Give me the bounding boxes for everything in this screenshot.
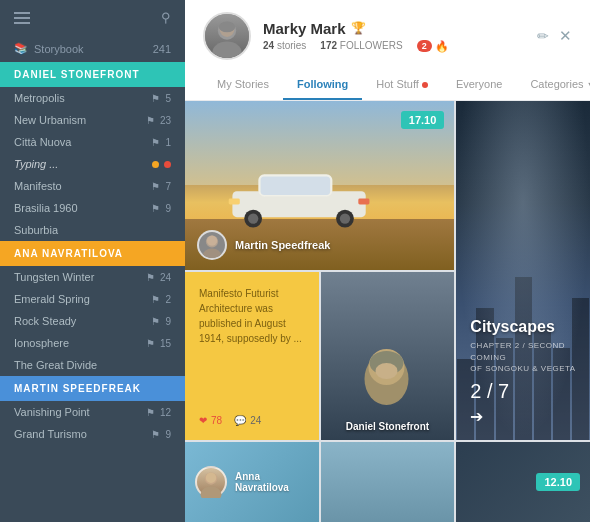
card-author-overlay: Martin Speedfreak xyxy=(197,230,330,260)
tabs: My Stories Following Hot Stuff Everyone … xyxy=(203,70,572,100)
dot-orange xyxy=(152,161,159,168)
sidebar-item-grand-turismo[interactable]: Grand Turismo ⚑ 9 xyxy=(0,423,185,445)
item-count: 15 xyxy=(160,338,171,349)
sidebar-item-suburbia[interactable]: Suburbia xyxy=(0,219,185,241)
item-label: Metropolis xyxy=(14,92,65,104)
sidebar-top: ⚲ xyxy=(0,0,185,35)
tab-hot-stuff[interactable]: Hot Stuff xyxy=(362,70,442,100)
card-daniel[interactable]: Daniel Stonefront xyxy=(321,272,455,441)
tab-my-stories[interactable]: My Stories xyxy=(203,70,283,100)
author-avatar xyxy=(197,230,227,260)
item-label: Suburbia xyxy=(14,224,58,236)
sidebar-item-great-divide[interactable]: The Great Divide xyxy=(0,354,185,376)
like-action[interactable]: ❤ 78 xyxy=(199,415,222,426)
card-bottom-mid xyxy=(321,442,455,522)
card-manifesto[interactable]: Manifesto Futurist Architecture was publ… xyxy=(185,272,319,441)
avatar-face xyxy=(205,14,249,58)
section-header-ana: Ana Navratilova xyxy=(0,241,185,266)
flag-icon: ⚑ xyxy=(151,294,160,305)
sidebar-item-vanishing[interactable]: Vanishing Point ⚑ 12 xyxy=(0,401,185,423)
sidebar-item-rock[interactable]: Rock Steady ⚑ 9 xyxy=(0,310,185,332)
profile-name: Marky Mark 🏆 xyxy=(263,20,449,37)
comment-icon: 💬 xyxy=(234,415,246,426)
item-count: 23 xyxy=(160,115,171,126)
trophy-icon: 🏆 xyxy=(351,21,366,35)
chevron-down-icon: ▼ xyxy=(587,80,590,90)
card-cityscapes[interactable]: Cityscapes CHAPTER 2 / SECOND COMINGOF S… xyxy=(456,101,590,440)
svg-point-8 xyxy=(248,213,258,223)
svg-point-22 xyxy=(206,472,217,483)
manifesto-text: Manifesto Futurist Architecture was publ… xyxy=(199,286,305,346)
item-right xyxy=(152,161,171,168)
storybook-row[interactable]: 📚 Storybook 241 xyxy=(0,35,185,62)
profile-stats: 24 stories 172 FOLLOWERS 2 🔥 xyxy=(263,40,449,53)
fire-icon: 🔥 xyxy=(435,40,449,53)
item-right: ⚑ 12 xyxy=(146,407,171,418)
item-count: 9 xyxy=(165,203,171,214)
flag-icon: ⚑ xyxy=(151,181,160,192)
sidebar-item-manifesto[interactable]: Manifesto ⚑ 7 xyxy=(0,175,185,197)
sidebar-item-tungsten[interactable]: Tungsten Winter ⚑ 24 xyxy=(0,266,185,288)
flag-icon: ⚑ xyxy=(151,316,160,327)
svg-rect-12 xyxy=(359,198,370,204)
svg-rect-6 xyxy=(261,176,331,195)
profile-top: Marky Mark 🏆 24 stories 172 FOLLOWERS 2 … xyxy=(203,12,572,60)
search-icon[interactable]: ⚲ xyxy=(161,10,171,25)
portrait-name: Daniel Stonefront xyxy=(346,421,429,432)
item-right: ⚑ 2 xyxy=(151,294,171,305)
sidebar-item-metropolis[interactable]: Metropolis ⚑ 5 xyxy=(0,87,185,109)
item-right: ⚑ 7 xyxy=(151,181,171,192)
item-right: ⚑ 24 xyxy=(146,272,171,283)
sidebar-item-emerald[interactable]: Emerald Spring ⚑ 2 xyxy=(0,288,185,310)
sidebar-item-citta[interactable]: Città Nuova ⚑ 1 xyxy=(0,131,185,153)
sidebar-item-typing: Typing ... xyxy=(0,153,185,175)
content-grid: Martin Speedfreak 17.10 Manifesto Futuri… xyxy=(185,101,590,522)
arrow-right-icon[interactable]: ➔ xyxy=(470,407,576,426)
profile-info: Marky Mark 🏆 24 stories 172 FOLLOWERS 2 … xyxy=(203,12,449,60)
sidebar-item-newurbanism[interactable]: New Urbanism ⚑ 23 xyxy=(0,109,185,131)
item-count: 7 xyxy=(165,181,171,192)
section-header-daniel: Daniel Stonefront xyxy=(0,62,185,87)
tab-categories[interactable]: Categories▼ xyxy=(516,70,590,100)
item-label: Rock Steady xyxy=(14,315,76,327)
daniel-portrait-svg xyxy=(360,341,415,406)
car-svg xyxy=(225,157,373,233)
card-actions: ❤ 78 💬 24 xyxy=(199,415,305,426)
avatar xyxy=(203,12,251,60)
item-label: Emerald Spring xyxy=(14,293,90,305)
sidebar: ⚲ 📚 Storybook 241 Daniel Stonefront Metr… xyxy=(0,0,185,522)
item-label: Città Nuova xyxy=(14,136,71,148)
card-date-badge: 17.10 xyxy=(401,111,445,129)
item-label: Typing ... xyxy=(14,158,58,170)
author-name: Martin Speedfreak xyxy=(235,239,330,251)
edit-button[interactable]: ✏ xyxy=(537,28,549,44)
tab-following[interactable]: Following xyxy=(283,70,362,100)
stories-stat: 24 stories xyxy=(263,40,306,53)
city-subtitle: CHAPTER 2 / SECOND COMINGOF SONGOKU & VE… xyxy=(470,340,576,374)
storybook-label: Storybook xyxy=(34,43,84,55)
svg-point-10 xyxy=(340,213,350,223)
flag-icon: ⚑ xyxy=(151,93,160,104)
item-label: The Great Divide xyxy=(14,359,97,371)
heart-icon: ❤ xyxy=(199,415,207,426)
comment-count: 24 xyxy=(250,415,261,426)
flag-icon: ⚑ xyxy=(151,203,160,214)
dot-red xyxy=(164,161,171,168)
item-right: ⚑ 9 xyxy=(151,316,171,327)
tab-everyone[interactable]: Everyone xyxy=(442,70,516,100)
comment-action[interactable]: 💬 24 xyxy=(234,415,261,426)
sidebar-item-brasilia[interactable]: Brasilia 1960 ⚑ 9 xyxy=(0,197,185,219)
item-right: ⚑ 5 xyxy=(151,93,171,104)
sidebar-item-iono[interactable]: Ionosphere ⚑ 15 xyxy=(0,332,185,354)
storybook-left: 📚 Storybook xyxy=(14,42,84,55)
svg-point-14 xyxy=(202,248,221,260)
section-header-martin: Martin Speedfreak xyxy=(0,376,185,401)
item-count: 5 xyxy=(165,93,171,104)
card-anna[interactable]: Anna Navratilova xyxy=(185,442,319,522)
hamburger-icon[interactable] xyxy=(14,12,30,24)
card-car[interactable]: Martin Speedfreak 17.10 xyxy=(185,101,454,270)
flag-icon: ⚑ xyxy=(151,137,160,148)
close-button[interactable]: ✕ xyxy=(559,27,572,45)
item-count: 9 xyxy=(165,316,171,327)
storybook-count: 241 xyxy=(153,43,171,55)
